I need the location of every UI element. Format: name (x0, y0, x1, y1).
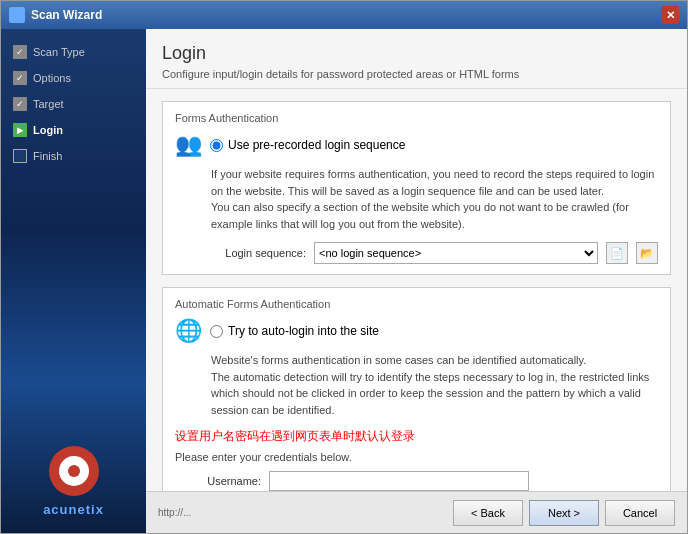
open-sequence-button[interactable]: 📂 (636, 242, 658, 264)
sidebar-logo: acunetix (1, 430, 146, 533)
logo-circle (49, 446, 99, 496)
auto-forms-auth-title: Automatic Forms Authentication (175, 298, 658, 310)
page-title: Login (162, 43, 671, 64)
page-subtitle: Configure input/login details for passwo… (162, 68, 671, 80)
new-sequence-button[interactable]: 📄 (606, 242, 628, 264)
auto-auth-radio-label[interactable]: Try to auto-login into the site (210, 324, 379, 338)
back-button[interactable]: < Back (453, 500, 523, 526)
close-button[interactable]: ✕ (661, 6, 679, 24)
sidebar-label-target: Target (33, 98, 64, 110)
forms-auth-radio-label[interactable]: Use pre-recorded login sequence (210, 138, 405, 152)
step-indicator-options: ✓ (13, 71, 27, 85)
logo-inner (59, 456, 89, 486)
titlebar-title: Scan Wizard (9, 7, 102, 23)
step-indicator-scan-type: ✓ (13, 45, 27, 59)
sidebar-label-scan-type: Scan Type (33, 46, 85, 58)
forms-auth-radio[interactable] (210, 139, 223, 152)
people-icon: 👥 (175, 132, 202, 158)
sidebar-label-options: Options (33, 72, 71, 84)
titlebar: Scan Wizard ✕ (1, 1, 687, 29)
login-sequence-label: Login sequence: (211, 247, 306, 259)
forms-auth-description: If your website requires forms authentic… (211, 166, 658, 232)
footer-status: http://... (158, 507, 447, 518)
auto-auth-radio[interactable] (210, 325, 223, 338)
next-button[interactable]: Next > (529, 500, 599, 526)
auto-auth-description: Website's forms authentication in some c… (211, 352, 658, 418)
step-indicator-login: ▶ (13, 123, 27, 137)
chinese-note: 设置用户名密码在遇到网页表单时默认认登录 (175, 428, 658, 445)
forms-auth-radio-text: Use pre-recorded login sequence (228, 138, 405, 152)
step-indicator-finish (13, 149, 27, 163)
sidebar-item-options[interactable]: ✓ Options (9, 65, 138, 91)
app-icon (9, 7, 25, 23)
sidebar-steps: ✓ Scan Type ✓ Options ✓ Target (1, 39, 146, 430)
sidebar-label-finish: Finish (33, 150, 62, 162)
username-input[interactable] (269, 471, 529, 491)
auto-auth-option-row: 🌐 Try to auto-login into the site (175, 318, 658, 344)
logo-text: acunetix (17, 502, 130, 517)
login-sequence-row: Login sequence: <no login sequence> 📄 📂 (211, 242, 658, 264)
cancel-button[interactable]: Cancel (605, 500, 675, 526)
auto-auth-radio-text: Try to auto-login into the site (228, 324, 379, 338)
username-label: Username: (191, 475, 261, 487)
credentials-note: Please enter your credentials below. (175, 451, 658, 463)
forms-auth-option-row: 👥 Use pre-recorded login sequence (175, 132, 658, 158)
sidebar-item-finish[interactable]: Finish (9, 143, 138, 169)
sidebar-item-scan-type[interactable]: ✓ Scan Type (9, 39, 138, 65)
page-body: Forms Authentication 👥 Use pre-recorded … (146, 89, 687, 491)
step-indicator-target: ✓ (13, 97, 27, 111)
scan-wizard-window: Scan Wizard ✕ ✓ Scan Type ✓ Options (0, 0, 688, 534)
right-panel: Login Configure input/login details for … (146, 29, 687, 533)
auto-login-icon: 🌐 (175, 318, 202, 344)
main-content: ✓ Scan Type ✓ Options ✓ Target (1, 29, 687, 533)
forms-auth-section: Forms Authentication 👥 Use pre-recorded … (162, 101, 671, 275)
auto-forms-auth-section: Automatic Forms Authentication 🌐 Try to … (162, 287, 671, 491)
logo-dot (68, 465, 80, 477)
sidebar-label-login: Login (33, 124, 63, 136)
window-title: Scan Wizard (31, 8, 102, 22)
sidebar-item-login[interactable]: ▶ Login (9, 117, 138, 143)
login-sequence-select[interactable]: <no login sequence> (314, 242, 598, 264)
sidebar: ✓ Scan Type ✓ Options ✓ Target (1, 29, 146, 533)
forms-auth-title: Forms Authentication (175, 112, 658, 124)
sidebar-item-target[interactable]: ✓ Target (9, 91, 138, 117)
username-row: Username: (191, 471, 658, 491)
page-header: Login Configure input/login details for … (146, 29, 687, 89)
footer: http://... < Back Next > Cancel (146, 491, 687, 533)
